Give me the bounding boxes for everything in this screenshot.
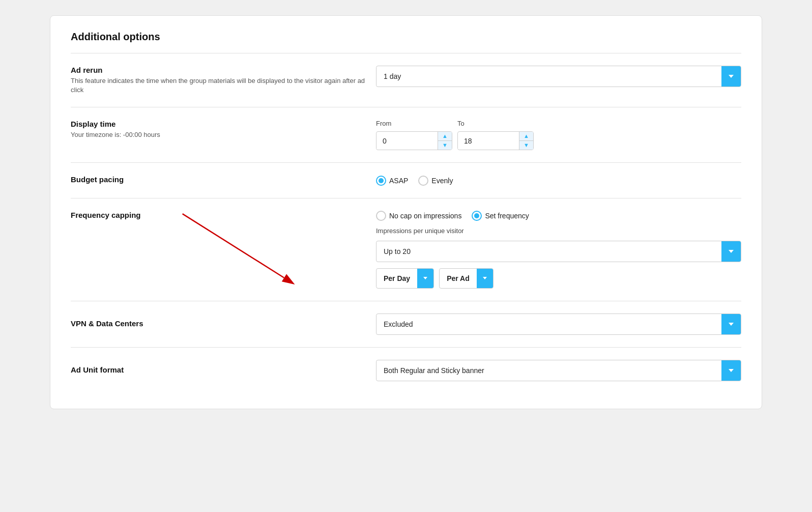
from-input[interactable]	[376, 133, 438, 149]
from-down-arrow[interactable]: ▼	[438, 141, 452, 150]
display-time-description: Your timezone is: -00:00 hours	[71, 130, 366, 139]
radio-evenly[interactable]: Evenly	[418, 176, 453, 186]
scope-dropdown-btn[interactable]	[477, 269, 493, 288]
impressions-label: Impressions per unique visitor	[376, 227, 741, 235]
budget-pacing-label-group: Budget pacing	[71, 175, 366, 186]
ad-rerun-label-group: Ad rerun This feature indicates the time…	[71, 66, 366, 95]
impressions-value: Up to 20	[376, 242, 721, 261]
to-spinner-wrap: To ▲ ▼	[457, 120, 534, 150]
additional-options-card: Additional options Ad rerun This feature…	[50, 15, 762, 409]
vpn-dropdown[interactable]: Excluded	[376, 314, 741, 335]
radio-no-cap-label: No cap on impressions	[389, 212, 461, 220]
scope-value: Per Ad	[440, 270, 477, 287]
ad-rerun-title: Ad rerun	[71, 66, 366, 74]
scope-dropdown[interactable]: Per Ad	[439, 268, 494, 289]
budget-pacing-row: Budget pacing ASAP Evenly	[71, 163, 741, 198]
radio-asap[interactable]: ASAP	[376, 176, 408, 186]
frequency-capping-row: Frequency capping No cap on impressions …	[71, 198, 741, 301]
radio-set-freq-label: Set frequency	[485, 212, 529, 220]
period-dropdown-btn[interactable]	[417, 269, 433, 288]
vpn-dropdown-btn[interactable]	[721, 314, 741, 334]
frequency-radio-group: No cap on impressions Set frequency	[376, 211, 741, 221]
display-time-row: Display time Your timezone is: -00:00 ho…	[71, 107, 741, 162]
vpn-title: VPN & Data Centers	[71, 319, 366, 328]
radio-evenly-label: Evenly	[431, 177, 453, 185]
display-time-label-group: Display time Your timezone is: -00:00 ho…	[71, 120, 366, 139]
to-arrows: ▲ ▼	[519, 132, 533, 150]
budget-pacing-radio-group: ASAP Evenly	[376, 176, 453, 186]
ad-rerun-value: 1 day	[376, 67, 721, 86]
period-value: Per Day	[376, 270, 417, 287]
to-input[interactable]	[458, 133, 519, 149]
vpn-label-group: VPN & Data Centers	[71, 319, 366, 330]
ad-unit-format-value: Both Regular and Sticky banner	[376, 361, 721, 380]
from-arrows: ▲ ▼	[438, 132, 452, 150]
ad-rerun-control: 1 day	[376, 66, 741, 87]
ad-unit-format-dropdown[interactable]: Both Regular and Sticky banner	[376, 360, 741, 381]
radio-asap-label: ASAP	[389, 177, 408, 185]
frequency-capping-label-group: Frequency capping	[71, 211, 366, 221]
radio-no-cap[interactable]: No cap on impressions	[376, 211, 461, 221]
from-spinner-wrap: From ▲ ▼	[376, 120, 452, 150]
frequency-capping-title: Frequency capping	[71, 211, 366, 219]
ad-unit-format-control: Both Regular and Sticky banner	[376, 360, 741, 381]
display-time-title: Display time	[71, 120, 366, 128]
radio-set-freq[interactable]: Set frequency	[472, 211, 529, 221]
radio-no-cap-circle	[376, 211, 386, 221]
frequency-period-row: Per Day Per Ad	[376, 268, 741, 289]
svg-line-1	[183, 214, 284, 278]
from-input-row: ▲ ▼	[376, 131, 452, 150]
ad-rerun-row: Ad rerun This feature indicates the time…	[71, 53, 741, 107]
period-dropdown[interactable]: Per Day	[376, 268, 434, 289]
vpn-row: VPN & Data Centers Excluded	[71, 301, 741, 347]
radio-asap-circle	[376, 176, 386, 186]
vpn-value: Excluded	[376, 315, 721, 333]
radio-evenly-circle	[418, 176, 428, 186]
to-label: To	[457, 120, 534, 127]
from-label: From	[376, 120, 452, 127]
card-title: Additional options	[71, 31, 741, 43]
ad-rerun-dropdown[interactable]: 1 day	[376, 66, 741, 87]
budget-pacing-title: Budget pacing	[71, 175, 366, 184]
ad-unit-format-label-group: Ad Unit format	[71, 365, 366, 376]
ad-unit-format-title: Ad Unit format	[71, 365, 366, 374]
ad-rerun-dropdown-btn[interactable]	[721, 66, 741, 87]
radio-set-freq-circle	[472, 211, 482, 221]
ad-rerun-description: This feature indicates the time when the…	[71, 76, 366, 95]
to-down-arrow[interactable]: ▼	[519, 141, 533, 150]
to-input-row: ▲ ▼	[457, 131, 534, 150]
impressions-dropdown[interactable]: Up to 20	[376, 241, 741, 262]
to-up-arrow[interactable]: ▲	[519, 132, 533, 141]
from-up-arrow[interactable]: ▲	[438, 132, 452, 141]
budget-pacing-control: ASAP Evenly	[376, 176, 741, 186]
display-time-control: From ▲ ▼ To ▲ ▼	[376, 120, 741, 150]
ad-unit-format-dropdown-btn[interactable]	[721, 360, 741, 381]
frequency-capping-control: No cap on impressions Set frequency Impr…	[376, 211, 741, 289]
vpn-control: Excluded	[376, 314, 741, 335]
ad-unit-format-row: Ad Unit format Both Regular and Sticky b…	[71, 348, 741, 393]
impressions-dropdown-btn[interactable]	[721, 241, 741, 262]
